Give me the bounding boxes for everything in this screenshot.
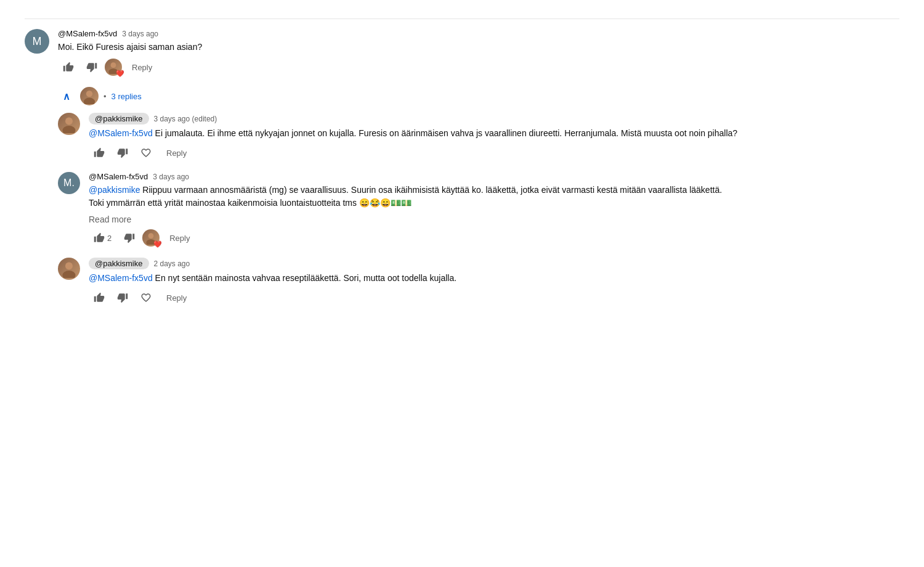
heart-button[interactable] xyxy=(136,145,156,161)
nested-comment: M. @MSalem-fx5vd 3 days ago @pakkismike … xyxy=(58,172,899,247)
username-pill: @pakkismike xyxy=(89,258,149,269)
comment-actions: 2 ❤️ Reply xyxy=(89,229,899,247)
reaction-avatar: ❤️ xyxy=(105,59,122,76)
reply-button[interactable]: Reply xyxy=(127,60,157,75)
thumbs-up-button[interactable] xyxy=(58,59,79,75)
divider xyxy=(25,18,899,19)
svg-point-2 xyxy=(86,91,92,97)
reaction-avatar: ❤️ xyxy=(142,229,160,247)
heart-reaction-badge: ❤️ xyxy=(153,241,162,248)
read-more-button[interactable]: Read more xyxy=(89,214,131,224)
comment-body: @MSalem-fx5vd 3 days ago @pakkismike Rii… xyxy=(89,172,899,247)
reply-button[interactable]: Reply xyxy=(161,146,192,160)
avatar xyxy=(58,258,80,280)
comment-header: @MSalem-fx5vd 3 days ago xyxy=(58,29,899,38)
avatar: M. xyxy=(58,172,80,194)
comment-text: Moi. Eikö Furesis ajaisi saman asian? xyxy=(58,41,899,54)
comment-body: @MSalem-fx5vd 3 days ago Moi. Eikö Fures… xyxy=(58,29,899,76)
thumbs-down-button[interactable] xyxy=(119,230,140,246)
username-pill: @pakkismike xyxy=(89,113,149,124)
svg-point-3 xyxy=(84,98,95,104)
svg-point-0 xyxy=(111,62,116,68)
replies-count[interactable]: 3 replies xyxy=(111,92,142,101)
heart-icon xyxy=(140,147,152,158)
comment-header: @pakkismike 2 days ago xyxy=(89,258,899,269)
thumbs-down-button[interactable] xyxy=(112,290,133,306)
dot-separator: • xyxy=(103,92,107,101)
nested-replies: @pakkismike 3 days ago (edited) @MSalem-… xyxy=(58,113,899,306)
mention: @MSalem-fx5vd xyxy=(89,128,153,138)
mention: @pakkismike xyxy=(89,185,140,195)
timestamp: 2 days ago xyxy=(154,259,190,268)
comment-actions: ❤️ Reply xyxy=(58,59,899,76)
comment-text: @MSalem-fx5vd En nyt sentään mainosta va… xyxy=(89,272,899,285)
comment: M @MSalem-fx5vd 3 days ago Moi. Eikö Fur… xyxy=(25,29,899,76)
comment-header: @MSalem-fx5vd 3 days ago xyxy=(89,172,899,181)
svg-point-6 xyxy=(148,233,154,239)
nested-comment: @pakkismike 2 days ago @MSalem-fx5vd En … xyxy=(58,258,899,306)
username: @MSalem-fx5vd xyxy=(58,29,117,38)
reply-button[interactable]: Reply xyxy=(164,231,195,245)
thumbs-up-button[interactable] xyxy=(89,145,110,161)
mention: @MSalem-fx5vd xyxy=(89,273,153,283)
thumbs-down-icon xyxy=(124,232,135,243)
svg-point-4 xyxy=(65,118,73,125)
like-count: 2 xyxy=(107,234,111,243)
thumbs-down-icon xyxy=(117,147,128,158)
reply-button[interactable]: Reply xyxy=(161,291,192,305)
thumbs-up-icon xyxy=(94,147,105,158)
thumbs-down-button[interactable] xyxy=(81,59,102,75)
thumbs-up-icon xyxy=(94,292,105,303)
thumbs-up-icon xyxy=(63,62,74,73)
avatar: M xyxy=(25,29,49,54)
comment-body: @pakkismike 3 days ago (edited) @MSalem-… xyxy=(89,113,899,161)
thumbs-down-icon xyxy=(117,292,128,303)
toggle-replies-button[interactable]: ∧ xyxy=(58,88,75,105)
thumbs-down-button[interactable] xyxy=(112,145,133,161)
comment-text: @MSalem-fx5vd Ei jumalauta. Ei ihme että… xyxy=(89,127,899,140)
comment-actions: Reply xyxy=(89,290,899,306)
replies-toggle[interactable]: ∧ • 3 replies xyxy=(58,87,899,105)
comment-text: @pakkismike Riippuu varmaan annosmäärist… xyxy=(89,184,899,210)
heart-icon xyxy=(140,292,152,303)
svg-point-9 xyxy=(63,271,76,278)
thumbs-up-button[interactable] xyxy=(89,290,110,306)
timestamp: 3 days ago xyxy=(153,173,189,181)
comment-body: @pakkismike 2 days ago @MSalem-fx5vd En … xyxy=(89,258,899,306)
comment-actions: Reply xyxy=(89,145,899,161)
thumbs-up-icon xyxy=(94,232,105,243)
nested-comment: @pakkismike 3 days ago (edited) @MSalem-… xyxy=(58,113,899,161)
heart-reaction-badge: ❤️ xyxy=(116,70,124,77)
heart-button[interactable] xyxy=(136,290,156,306)
thumbs-up-button[interactable]: 2 xyxy=(89,230,116,246)
comment-header: @pakkismike 3 days ago (edited) xyxy=(89,113,899,124)
reply-avatar-preview xyxy=(80,87,99,105)
chevron-up-icon: ∧ xyxy=(63,91,70,102)
avatar xyxy=(58,113,80,135)
thumbs-down-icon xyxy=(86,62,97,73)
timestamp: 3 days ago xyxy=(122,30,158,38)
svg-point-8 xyxy=(65,263,73,270)
comment-thread: M @MSalem-fx5vd 3 days ago Moi. Eikö Fur… xyxy=(25,12,899,323)
timestamp: 3 days ago (edited) xyxy=(154,115,217,123)
svg-point-5 xyxy=(63,126,76,133)
username: @MSalem-fx5vd xyxy=(89,172,148,181)
